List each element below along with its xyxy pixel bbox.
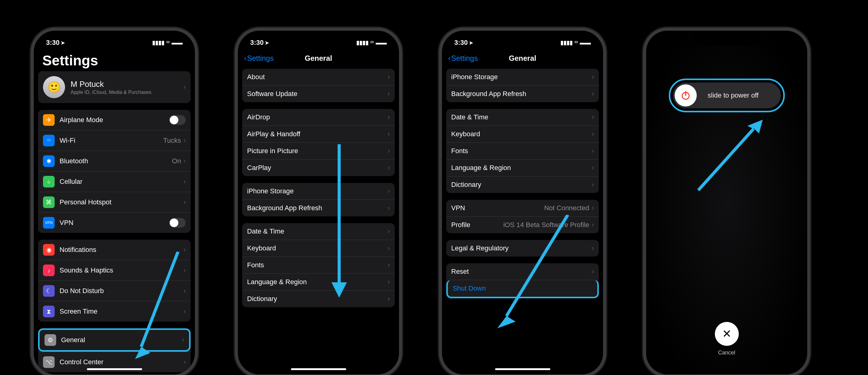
chevron-right-icon: ›: [184, 136, 186, 145]
chevron-right-icon: ›: [388, 164, 390, 172]
row-label: Background App Refresh: [247, 204, 388, 212]
settings-row-carplay[interactable]: CarPlay›: [242, 159, 395, 176]
row-label: Fonts: [247, 261, 388, 269]
settings-row-personal-hotspot[interactable]: ⌘Personal Hotspot›: [38, 192, 191, 212]
slider-label: slide to power off: [697, 91, 779, 99]
row-label: VPN: [451, 204, 544, 212]
settings-row-bluetooth[interactable]: ✱BluetoothOn›: [38, 151, 191, 171]
wifi-icon: ⌔: [166, 39, 170, 46]
nav-bar: ‹ Settings General: [442, 49, 603, 67]
chevron-right-icon: ›: [388, 147, 390, 155]
svg-marker-3: [332, 282, 347, 298]
settings-row-keyboard[interactable]: Keyboard›: [242, 240, 395, 256]
row-label: iPhone Storage: [451, 73, 592, 81]
status-time: 3:30: [454, 39, 468, 46]
settings-row-dictionary[interactable]: Dictionary›: [242, 290, 395, 307]
row-label: Software Update: [247, 90, 388, 98]
row-label: About: [247, 73, 388, 81]
settings-row-vpn[interactable]: VPNVPN: [38, 212, 191, 233]
chevron-right-icon: ›: [388, 187, 390, 195]
row-label: Language & Region: [451, 164, 592, 172]
chevron-left-icon: ‹: [448, 54, 451, 63]
cancel-button[interactable]: ✕: [715, 322, 739, 346]
settings-row-fonts[interactable]: Fonts›: [242, 256, 395, 274]
row-label: Language & Region: [247, 278, 388, 286]
chevron-right-icon: ›: [184, 83, 186, 91]
row-label: CarPlay: [247, 164, 388, 172]
airplane-mode-icon: ✈: [43, 114, 55, 126]
vpn-icon: VPN: [43, 217, 55, 229]
chevron-right-icon: ›: [388, 261, 390, 269]
nav-title: General: [509, 54, 536, 63]
toggle[interactable]: [169, 115, 186, 125]
status-time: 3:30: [250, 39, 264, 46]
settings-row-wi-fi[interactable]: ⌔Wi-FiTucks›: [38, 130, 191, 151]
settings-row-keyboard[interactable]: Keyboard›: [446, 126, 599, 143]
phone-settings-root: 3:30 ➤ ▮▮▮▮ ⌔ ▬▬ Settings 🙂 M Potuck App…: [31, 28, 198, 375]
profile-row[interactable]: 🙂 M Potuck Apple ID, iCloud, Media & Pur…: [38, 71, 191, 103]
settings-row-iphone-storage[interactable]: iPhone Storage›: [242, 183, 395, 199]
settings-row-dictionary[interactable]: Dictionary›: [446, 176, 599, 193]
back-button[interactable]: ‹ Settings: [448, 54, 478, 63]
settings-row-date-time[interactable]: Date & Time›: [446, 109, 599, 126]
chevron-right-icon: ›: [592, 181, 594, 189]
control-center-icon: ⌥: [43, 356, 55, 368]
row-detail: On: [172, 157, 181, 165]
settings-row-software-update[interactable]: Software Update›: [242, 85, 395, 102]
settings-row-airplane-mode[interactable]: ✈Airplane Mode: [38, 110, 191, 130]
toggle[interactable]: [169, 218, 186, 228]
row-label: Keyboard: [247, 244, 388, 252]
chevron-right-icon: ›: [184, 178, 186, 186]
row-label: Date & Time: [451, 113, 592, 121]
home-indicator: [87, 368, 142, 370]
chevron-right-icon: ›: [592, 164, 594, 172]
settings-row-language-region[interactable]: Language & Region›: [242, 274, 395, 290]
settings-row-fonts[interactable]: Fonts›: [446, 143, 599, 159]
svg-line-0: [141, 252, 178, 347]
close-icon: ✕: [722, 327, 732, 340]
row-label: Dictionary: [247, 295, 388, 303]
annotation-arrow: [686, 117, 766, 196]
settings-row-date-time[interactable]: Date & Time›: [242, 223, 395, 240]
home-indicator: [495, 368, 550, 370]
chevron-right-icon: ›: [184, 157, 186, 165]
settings-row-airplay-handoff[interactable]: AirPlay & Handoff›: [242, 126, 395, 143]
row-label: Fonts: [451, 147, 592, 155]
settings-row-language-region[interactable]: Language & Region›: [446, 159, 599, 176]
screen-time-icon: ⧗: [43, 306, 55, 317]
phone-general-scrolled: 3:30 ➤ ▮▮▮▮ ⌔ ▬▬ ‹ Settings General iPho…: [439, 28, 606, 375]
nav-bar: ‹ Settings General: [238, 49, 399, 67]
chevron-right-icon: ›: [592, 204, 594, 212]
chevron-right-icon: ›: [388, 113, 390, 121]
row-detail: Tucks: [163, 136, 181, 145]
notch: [285, 31, 352, 45]
battery-icon: ▬▬: [376, 39, 387, 46]
settings-row-vpn[interactable]: VPNNot Connected›: [446, 200, 599, 216]
profile-sub: Apple ID, iCloud, Media & Purchases: [71, 90, 184, 95]
slide-to-power-off[interactable]: slide to power off: [673, 83, 781, 108]
chevron-right-icon: ›: [388, 227, 390, 236]
location-icon: ➤: [265, 40, 269, 46]
settings-row-picture-in-picture[interactable]: Picture in Picture›: [242, 143, 395, 159]
row-label: Dictionary: [451, 181, 592, 189]
settings-row-about[interactable]: About›: [242, 69, 395, 85]
back-button[interactable]: ‹ Settings: [244, 54, 274, 63]
svg-line-8: [698, 129, 753, 190]
signal-icon: ▮▮▮▮: [356, 39, 369, 46]
settings-row-background-app-refresh[interactable]: Background App Refresh›: [242, 199, 395, 216]
settings-row-cellular[interactable]: ⟐Cellular›: [38, 171, 191, 192]
location-icon: ➤: [61, 40, 65, 46]
chevron-right-icon: ›: [592, 244, 594, 252]
row-label: Date & Time: [247, 227, 388, 236]
settings-row-iphone-storage[interactable]: iPhone Storage›: [446, 69, 599, 85]
settings-row-airdrop[interactable]: AirDrop›: [242, 109, 395, 126]
annotation-arrow: [482, 215, 574, 332]
chevron-right-icon: ›: [592, 221, 594, 229]
power-icon[interactable]: [675, 84, 697, 106]
chevron-right-icon: ›: [592, 73, 594, 81]
row-label: Picture in Picture: [247, 147, 388, 155]
settings-row-background-app-refresh[interactable]: Background App Refresh›: [446, 85, 599, 102]
wi-fi-icon: ⌔: [43, 135, 55, 146]
row-label: Cellular: [60, 178, 184, 186]
annotation-arrow: [324, 144, 354, 298]
